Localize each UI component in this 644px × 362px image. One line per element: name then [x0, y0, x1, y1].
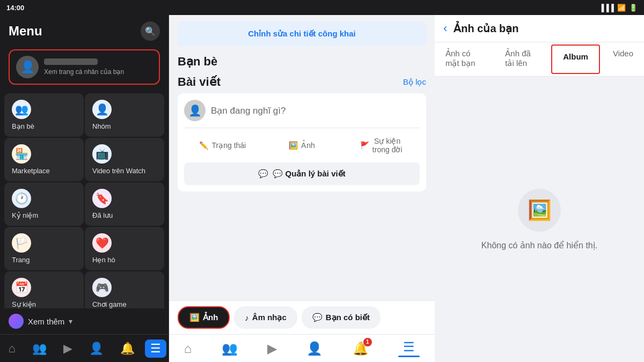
menu-item-marketplace-label: Marketplace [12, 167, 50, 175]
am-nhac-tab-label: Âm nhạc [252, 313, 287, 322]
bell-icon: 🔔 [120, 342, 135, 356]
profile-name [44, 58, 98, 65]
avatar-placeholder-icon: 👤 [188, 104, 202, 117]
menu-item-da-luu-label: Đã lưu [92, 211, 113, 219]
friends-nav-icon: 👥 [32, 342, 47, 356]
tab-album[interactable]: Album [551, 45, 600, 74]
menu-item-marketplace[interactable]: 🏪 Marketplace [4, 138, 84, 181]
nav-video[interactable]: ▶ [57, 339, 79, 358]
see-more-label: Xem thêm [28, 317, 64, 326]
empty-photos-icon: 🖼️ [518, 189, 561, 232]
mid-nav-friends[interactable]: 👥 [217, 339, 242, 358]
friends-icon: 👥 [12, 100, 31, 119]
menu-item-su-kien-label: Sự kiện [12, 300, 36, 308]
menu-item-da-luu[interactable]: 🔖 Đã lưu [85, 182, 164, 226]
flag-icon: 🚩 [360, 141, 369, 150]
menu-item-video-watch[interactable]: 📺 Video trên Watch [85, 138, 164, 181]
nav-bell[interactable]: 🔔 [114, 339, 141, 358]
menu-item-choi-game[interactable]: 🎮 Chơi game [85, 271, 164, 308]
life-event-action-button[interactable]: 🚩 Sự kiệntrong đời [342, 132, 420, 158]
post-composer: 👤 Bạn đang nghĩ gì? ✏️ Trạng thái 🖼️ Ảnh… [178, 93, 426, 191]
chevron-down-icon: ▾ [69, 317, 72, 326]
post-composer-header: 👤 Bạn đang nghĩ gì? [184, 100, 420, 121]
menu-item-ky-niem-label: Kỷ niệm [12, 211, 38, 219]
status-time: 14:00 [6, 4, 24, 12]
mid-nav-menu[interactable]: ☰ [394, 337, 424, 359]
menu-item-trang[interactable]: 🏳️ Trang [4, 227, 84, 270]
mid-nav-video[interactable]: ▶ [263, 339, 281, 358]
photo-tab-icon: 🖼️ [189, 313, 200, 322]
tab-co-mat-ban[interactable]: Ảnh có mặt bạn [435, 42, 494, 76]
filter-link[interactable]: Bộ lọc [403, 77, 426, 87]
mid-nav-home[interactable]: ⌂ [180, 339, 196, 358]
post-actions: ✏️ Trạng thái 🖼️ Ảnh 🚩 Sự kiệntrong đời [184, 128, 420, 158]
menu-item-hen-ho-label: Hẹn hò [92, 256, 115, 264]
search-button[interactable]: 🔍 [141, 21, 160, 41]
avatar: 👤 [16, 56, 39, 78]
gaming-icon: 🎮 [92, 278, 112, 297]
anh-tab-label: Ảnh [203, 313, 218, 322]
status-action-button[interactable]: ✏️ Trạng thái [184, 132, 261, 158]
mid-friends-icon: 👥 [222, 341, 238, 356]
status-bar: 14:00 ▐▐▐ 📶 🔋 [0, 0, 644, 15]
menu-item-su-kien[interactable]: 📅 Sự kiện [4, 271, 84, 308]
search-icon: 🔍 [145, 26, 156, 36]
nav-home[interactable]: ⌂ [2, 339, 22, 358]
menu-item-hen-ho[interactable]: ❤️ Hẹn hò [85, 227, 164, 270]
edit-public-details-button[interactable]: Chỉnh sửa chi tiết công khai [178, 21, 426, 46]
manage-posts-label: 💬 Quản lý bài viết [273, 169, 345, 179]
friends-section-title: Bạn bè [169, 53, 435, 73]
wifi-icon: 📶 [617, 4, 626, 12]
empty-state: 🖼️ Không có ảnh nào để hiển thị. [435, 77, 644, 362]
empty-state-text: Không có ảnh nào để hiển thị. [481, 240, 597, 250]
story-tabs: 🖼️ Ảnh ♪ Âm nhạc 💬 Bạn có biết [169, 300, 435, 334]
tab-co-mat-ban-label: Ảnh có mặt bạn [445, 49, 475, 68]
menu-item-choi-game-label: Chơi game [92, 300, 127, 308]
ban-co-biet-tab[interactable]: 💬 Bạn có biết [302, 306, 380, 329]
nav-friends[interactable]: 👥 [26, 339, 53, 358]
menu-title: Menu [9, 24, 42, 39]
menu-item-ky-niem[interactable]: 🕐 Kỷ niệm [4, 182, 84, 226]
right-panel: ‹ Ảnh của bạn Ảnh có mặt bạn Ảnh đã tải … [435, 15, 644, 362]
music-icon: ♪ [245, 313, 249, 322]
back-button[interactable]: ‹ [443, 21, 447, 35]
menu-item-nhom[interactable]: 👤 Nhóm [85, 93, 164, 137]
mid-menu-icon: ☰ [403, 339, 415, 354]
posts-title: Bài viết [178, 75, 221, 89]
tab-da-tai-len[interactable]: Ảnh đã tải lên [494, 42, 549, 76]
dating-icon: ❤️ [92, 233, 112, 253]
heart-photo-icon: 🖼️ [528, 199, 552, 221]
profile-card[interactable]: 👤 Xem trang cá nhân của bạn [9, 49, 160, 85]
mid-nav-groups[interactable]: 👤 [302, 339, 327, 358]
groups-nav-icon: 👤 [89, 342, 104, 356]
manage-posts-button[interactable]: 💬 💬 Quản lý bài viết [184, 162, 420, 185]
nav-menu[interactable]: ☰ [145, 339, 166, 358]
status-label: Trạng thái [211, 141, 246, 150]
menu-item-ban-be-label: Bạn bè [12, 122, 34, 130]
tab-video[interactable]: Video [602, 42, 644, 76]
anh-story-tab[interactable]: 🖼️ Ảnh [178, 306, 230, 329]
see-more-row[interactable]: Xem thêm ▾ [0, 308, 169, 334]
photos-page-title: Ảnh của bạn [453, 22, 518, 35]
posts-header: Bài viết Bộ lọc [169, 73, 435, 93]
nav-groups[interactable]: 👤 [83, 339, 110, 358]
memories-icon: 🕐 [12, 189, 31, 208]
marketplace-icon: 🏪 [12, 144, 31, 164]
left-bottom-nav: ⌂ 👥 ▶ 👤 🔔 ☰ [0, 334, 169, 362]
ban-co-biet-label: Bạn có biết [326, 313, 370, 322]
video-nav-icon: ▶ [63, 342, 72, 356]
events-icon: 📅 [12, 278, 31, 297]
pages-icon: 🏳️ [12, 233, 31, 253]
saved-icon: 🔖 [92, 189, 112, 208]
am-nhac-story-tab[interactable]: ♪ Âm nhạc [234, 306, 297, 329]
post-placeholder-text[interactable]: Bạn đang nghĩ gì? [211, 105, 286, 116]
photo-action-button[interactable]: 🖼️ Ảnh [264, 132, 341, 158]
tab-da-tai-len-label: Ảnh đã tải lên [505, 49, 531, 68]
post-avatar: 👤 [184, 100, 206, 121]
menu-grid: 👥 Bạn bè 👤 Nhóm 🏪 Marketplace 📺 Video tr… [0, 89, 169, 308]
mid-home-icon: ⌂ [184, 341, 192, 356]
notification-badge: 1 [363, 338, 372, 346]
menu-icon: ☰ [150, 342, 161, 356]
mid-nav-bell[interactable]: 🔔 1 [348, 339, 373, 358]
menu-item-ban-be[interactable]: 👥 Bạn bè [4, 93, 84, 137]
